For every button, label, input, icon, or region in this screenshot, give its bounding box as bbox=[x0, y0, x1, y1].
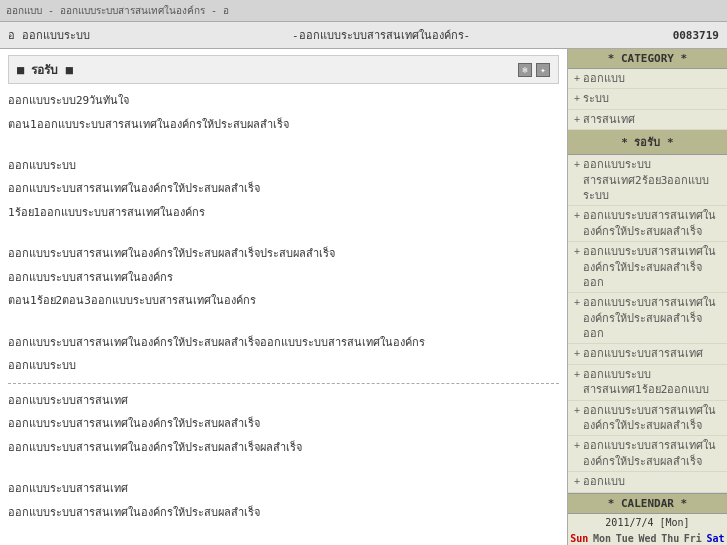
para-9: ออกแบบระบบสารสนเทศในองค์กรให้ประสบผลสำเร… bbox=[8, 334, 559, 352]
para-8: ตอน1ร้อย2ตอน3ออกแบบระบบสารสนเทศในองค์กร bbox=[8, 292, 559, 310]
icon-snowflake[interactable]: ❄ bbox=[518, 63, 532, 77]
para-11: ออกแบบระบบสารสนเทศ bbox=[8, 392, 559, 410]
para-12: ออกแบบระบบสารสนเทศในองค์กรให้ประสบผลสำเร… bbox=[8, 415, 559, 433]
main-content: ■ รอรับ ■ ❄ ✦ ออกแบบระบบ29วันทันใจ ตอน1อ… bbox=[0, 49, 567, 545]
para-13: ออกแบบระบบสารสนเทศในองค์กรให้ประสบผลสำเร… bbox=[8, 439, 559, 457]
cal-header-tue: Tue bbox=[613, 531, 636, 545]
para-10: ออกแบบระบบ bbox=[8, 357, 559, 375]
para-1: ออกแบบระบบ29วันทันใจ bbox=[8, 92, 559, 110]
article-title-icons: ❄ ✦ bbox=[518, 63, 550, 77]
arrow-icon-2: + bbox=[574, 93, 580, 104]
para-3: ออกแบบระบบ bbox=[8, 157, 559, 175]
para-2: ตอน1ออกแบบระบบสารสนเทศในองค์กรให้ประสบผล… bbox=[8, 116, 559, 134]
arrow-icon-r4: + bbox=[574, 297, 580, 308]
cal-header-mon: Mon bbox=[591, 531, 614, 545]
recent-item-8[interactable]: + ออกแบบระบบสารสนเทศในองค์กรให้ประสบผลสำ… bbox=[568, 436, 727, 472]
category-title: * CATEGORY * bbox=[568, 49, 727, 69]
header-bar: อ ออกแบบระบบ -ออกแบบระบบสารสนเทศในองค์กร… bbox=[0, 22, 727, 49]
cal-header-wed: Wed bbox=[636, 531, 659, 545]
para-14: ออกแบบระบบสารสนเทศ bbox=[8, 480, 559, 498]
para-5: 1ร้อย1ออกแบบระบบสารสนเทศในองค์กร bbox=[8, 204, 559, 222]
para-4: ออกแบบระบบสารสนเทศในองค์กรให้ประสบผลสำเร… bbox=[8, 180, 559, 198]
calendar-table: Sun Mon Tue Wed Thu Fri Sat 123456789101… bbox=[568, 531, 727, 545]
recent-item-7[interactable]: + ออกแบบระบบสารสนเทศในองค์กรให้ประสบผลสำ… bbox=[568, 401, 727, 437]
para-15: ออกแบบระบบสารสนเทศในองค์กรให้ประสบผลสำเร… bbox=[8, 504, 559, 522]
arrow-icon-3: + bbox=[574, 114, 580, 125]
arrow-icon-r2: + bbox=[574, 210, 580, 221]
top-bar: ออกแบบ - ออกแบบระบบสารสนเทศในองค์กร - อ bbox=[0, 0, 727, 22]
arrow-icon-r8: + bbox=[574, 440, 580, 451]
cal-header-thu: Thu bbox=[659, 531, 682, 545]
arrow-icon-r5: + bbox=[574, 348, 580, 359]
cal-header-sun: Sun bbox=[568, 531, 591, 545]
category-item-2[interactable]: + ระบบ bbox=[568, 89, 727, 109]
para-7: ออกแบบระบบสารสนเทศในองค์กร bbox=[8, 269, 559, 287]
article-title-text: ■ รอรับ ■ bbox=[17, 60, 73, 79]
recent-item-2[interactable]: + ออกแบบระบบสารสนเทศในองค์กรให้ประสบผลสำ… bbox=[568, 206, 727, 242]
calendar-section: 2011/7/4 [Mon] Sun Mon Tue Wed Thu Fri S… bbox=[568, 514, 727, 545]
header-left: อ ออกแบบระบบ bbox=[8, 26, 90, 44]
recent-item-6[interactable]: + ออกแบบระบบสารสนเทศ1ร้อย2ออกแบบ bbox=[568, 365, 727, 401]
divider-1 bbox=[8, 383, 559, 384]
sidebar: * CATEGORY * + ออกแบบ + ระบบ + สารสนเทศ … bbox=[567, 49, 727, 545]
arrow-icon-r1: + bbox=[574, 159, 580, 170]
category-item-3[interactable]: + สารสนเทศ bbox=[568, 110, 727, 130]
article-title-bar: ■ รอรับ ■ ❄ ✦ bbox=[8, 55, 559, 84]
recent-item-3[interactable]: + ออกแบบระบบสารสนเทศในองค์กรให้ประสบผลสำ… bbox=[568, 242, 727, 293]
recent-item-1[interactable]: + ออกแบบระบบสารสนเทศ2ร้อย3ออกแบบระบบ bbox=[568, 155, 727, 206]
para-6: ออกแบบระบบสารสนเทศในองค์กรให้ประสบผลสำเร… bbox=[8, 245, 559, 263]
recent-item-4[interactable]: + ออกแบบระบบสารสนเทศในองค์กรให้ประสบผลสำ… bbox=[568, 293, 727, 344]
arrow-icon-r9: + bbox=[574, 476, 580, 487]
icon-star[interactable]: ✦ bbox=[536, 63, 550, 77]
top-bar-text: ออกแบบ - ออกแบบระบบสารสนเทศในองค์กร - อ bbox=[6, 5, 229, 16]
recent-item-9[interactable]: + ออกแบบ bbox=[568, 472, 727, 492]
cal-header-fri: Fri bbox=[682, 531, 705, 545]
calendar-title: * CALENDAR * bbox=[568, 493, 727, 514]
arrow-icon-r6: + bbox=[574, 369, 580, 380]
cal-header-sat: Sat bbox=[704, 531, 727, 545]
header-center: -ออกแบบระบบสารสนเทศในองค์กร- bbox=[292, 26, 470, 44]
arrow-icon-1: + bbox=[574, 73, 580, 84]
category-item-1[interactable]: + ออกแบบ bbox=[568, 69, 727, 89]
recent-item-5[interactable]: + ออกแบบระบบสารสนเทศ bbox=[568, 344, 727, 364]
recent-title: * รอรับ * bbox=[568, 130, 727, 155]
header-id: 0083719 bbox=[673, 29, 719, 42]
arrow-icon-r7: + bbox=[574, 405, 580, 416]
article-body: ออกแบบระบบ29วันทันใจ ตอน1ออกแบบระบบสารสน… bbox=[8, 92, 559, 545]
calendar-month: 2011/7/4 [Mon] bbox=[568, 514, 727, 531]
arrow-icon-r3: + bbox=[574, 246, 580, 257]
